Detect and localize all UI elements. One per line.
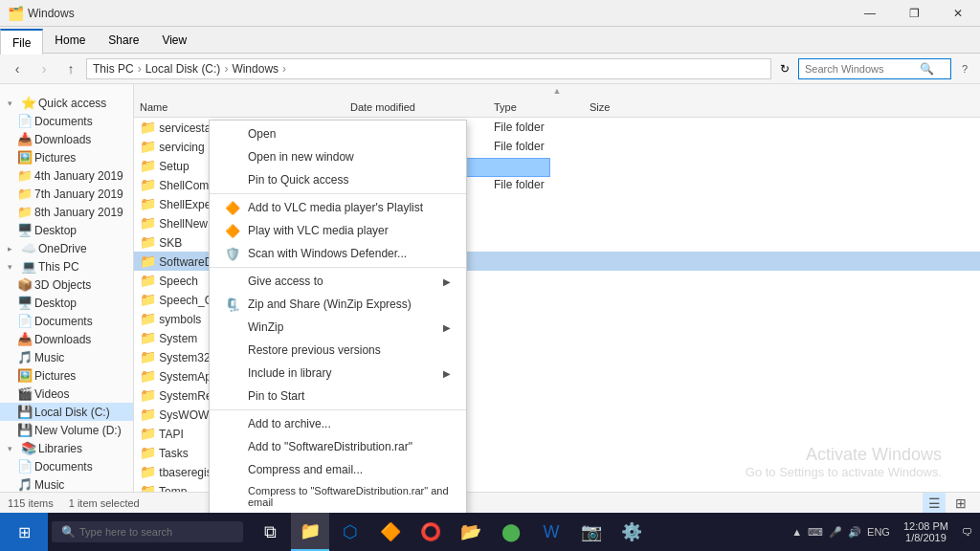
tray-sound-icon[interactable]: 🔊 xyxy=(848,526,861,539)
maximize-button[interactable]: ❐ xyxy=(892,0,936,27)
folder-icon: 📄 xyxy=(17,459,31,474)
tiles-view-button[interactable]: ⊞ xyxy=(949,493,972,514)
taskbar-search-box[interactable]: 🔍 xyxy=(52,521,243,542)
breadcrumb[interactable]: This PC › Local Disk (C:) › Windows › xyxy=(86,58,771,79)
ctx-give-access[interactable]: Give access to ▶ xyxy=(210,270,466,293)
ctx-winzip[interactable]: WinZip ▶ xyxy=(210,316,466,339)
sidebar-item-onedrive[interactable]: ▸ ☁️ OneDrive xyxy=(0,239,133,257)
chrome-taskbar[interactable]: ⬤ xyxy=(492,513,530,551)
tray-keyboard-icon[interactable]: ⌨ xyxy=(808,526,823,539)
ctx-restore-versions[interactable]: Restore previous versions xyxy=(210,339,466,362)
details-view-button[interactable]: ☰ xyxy=(923,493,946,514)
sidebar-item-desktop[interactable]: 🖥️ Desktop xyxy=(0,221,133,239)
sidebar-item-videos[interactable]: 🎬 Videos xyxy=(0,385,133,403)
sidebar-item-lib-music[interactable]: 🎵 Music xyxy=(0,475,133,492)
this-pc-icon: 💻 xyxy=(21,259,34,274)
ctx-add-archive[interactable]: Add to archive... xyxy=(210,412,466,435)
file-size xyxy=(584,203,660,205)
tab-file[interactable]: File xyxy=(0,29,43,55)
file-size xyxy=(584,126,660,128)
col-type[interactable]: Type xyxy=(488,99,584,115)
tray-lang[interactable]: ENG xyxy=(867,526,890,538)
col-name[interactable]: Name xyxy=(134,99,345,115)
tab-share[interactable]: Share xyxy=(97,27,150,53)
drive-icon: 💾 xyxy=(17,405,31,419)
ctx-compress-email[interactable]: Compress and email... xyxy=(210,458,466,481)
sidebar-item-local-disk[interactable]: 💾 Local Disk (C:) xyxy=(0,403,133,421)
sidebar-item-this-pc[interactable]: ▾ 💻 This PC xyxy=(0,257,133,276)
sidebar-item-docs2[interactable]: 📄 Documents xyxy=(0,312,133,330)
ctx-scan-defender[interactable]: 🛡️ Scan with Windows Defender... xyxy=(210,242,466,265)
up-button[interactable]: ↑ xyxy=(59,57,82,80)
ctx-pin-start[interactable]: Pin to Start xyxy=(210,385,466,408)
sidebar-item-3d[interactable]: 📦 3D Objects xyxy=(0,276,133,294)
col-size[interactable]: Size xyxy=(584,99,660,115)
camera-taskbar[interactable]: 📷 xyxy=(572,513,611,551)
folder-taskbar[interactable]: 📂 xyxy=(452,513,490,551)
ctx-label: Pin to Start xyxy=(248,389,304,403)
taskbar-clock[interactable]: 12:08 PM 1/8/2019 xyxy=(896,520,956,543)
search-icon[interactable]: 🔍 xyxy=(920,62,934,76)
search-input[interactable] xyxy=(805,63,920,75)
ctx-zip-share[interactable]: 🗜️ Zip and Share (WinZip Express) xyxy=(210,293,466,316)
sidebar-item-downloads[interactable]: 📥 Downloads xyxy=(0,130,133,148)
sidebar-label: Documents xyxy=(34,460,93,474)
breadcrumb-item[interactable]: This PC xyxy=(93,62,134,76)
sidebar-label: Documents xyxy=(34,115,93,128)
share-icon xyxy=(225,274,240,289)
ctx-open[interactable]: Open xyxy=(210,122,466,145)
sidebar-item-jan4[interactable]: 📁 4th January 2019 xyxy=(0,166,133,185)
opera-taskbar[interactable]: ⭕ xyxy=(412,513,450,551)
breadcrumb-item[interactable]: Windows xyxy=(232,62,278,76)
file-type xyxy=(488,241,584,243)
sidebar-label: Videos xyxy=(34,387,69,401)
folder-icon: 🎵 xyxy=(17,350,31,364)
sidebar-item-lib-docs[interactable]: 📄 Documents xyxy=(0,457,133,475)
minimize-button[interactable]: — xyxy=(848,0,892,27)
sidebar-item-documents[interactable]: 📄 Documents xyxy=(0,112,133,130)
edge-taskbar[interactable]: ⬡ xyxy=(331,513,369,551)
ctx-vlc-play[interactable]: 🔶 Play with VLC media player xyxy=(210,219,466,242)
file-type xyxy=(488,203,584,205)
forward-button[interactable]: › xyxy=(33,57,56,80)
ctx-include-library[interactable]: Include in library ▶ xyxy=(210,362,466,385)
sidebar-item-desktop2[interactable]: 🖥️ Desktop xyxy=(0,294,133,312)
sidebar-item-pictures2[interactable]: 🖼️ Pictures xyxy=(0,366,133,385)
sidebar-item-jan8[interactable]: 📁 8th January 2019 xyxy=(0,203,133,221)
search-box[interactable]: 🔍 xyxy=(798,58,951,79)
settings-taskbar[interactable]: ⚙️ xyxy=(612,513,651,551)
ctx-pin-quick[interactable]: Pin to Quick access xyxy=(210,168,466,191)
tab-home[interactable]: Home xyxy=(43,27,97,53)
sidebar-item-pictures[interactable]: 🖼️ Pictures xyxy=(0,148,133,166)
breadcrumb-item[interactable]: Local Disk (C:) xyxy=(145,62,221,76)
sidebar-item-dl2[interactable]: 📥 Downloads xyxy=(0,330,133,348)
ctx-add-rar[interactable]: Add to "SoftwareDistribution.rar" xyxy=(210,435,466,458)
tab-view[interactable]: View xyxy=(150,27,198,53)
tray-notification-icon[interactable]: 🗨 xyxy=(962,526,972,538)
word-taskbar[interactable]: W xyxy=(532,513,570,551)
sidebar-label: Music xyxy=(34,478,64,492)
sidebar-item-new-volume[interactable]: 💾 New Volume (D:) xyxy=(0,421,133,439)
taskbar-search-input[interactable] xyxy=(79,526,213,538)
task-view-button[interactable]: ⧉ xyxy=(251,513,289,551)
ctx-vlc-playlist[interactable]: 🔶 Add to VLC media player's Playlist xyxy=(210,196,466,219)
submenu-arrow: ▶ xyxy=(443,276,451,287)
ctx-compress-rar-email[interactable]: Compress to "SoftwareDistribution.rar" a… xyxy=(210,481,466,512)
ctx-label: Include in library xyxy=(248,366,331,380)
file-explorer-taskbar[interactable]: 📁 xyxy=(291,513,329,551)
help-button[interactable]: ? xyxy=(955,63,974,75)
sidebar-item-jan7[interactable]: 📁 7th January 2019 xyxy=(0,185,133,203)
breadcrumb-sep: › xyxy=(138,62,142,76)
refresh-button[interactable]: ↻ xyxy=(775,62,794,76)
vlc-taskbar[interactable]: 🔶 xyxy=(371,513,410,551)
tray-up-icon[interactable]: ▲ xyxy=(791,526,802,538)
sidebar-item-music[interactable]: 🎵 Music xyxy=(0,348,133,366)
start-button[interactable]: ⊞ xyxy=(0,513,48,551)
ctx-open-new-window[interactable]: Open in new window xyxy=(210,145,466,168)
sidebar-item-quick-access[interactable]: ▾ ⭐ Quick access xyxy=(0,94,133,112)
sidebar-item-libraries[interactable]: ▾ 📚 Libraries xyxy=(0,439,133,457)
close-button[interactable]: ✕ xyxy=(936,0,980,27)
back-button[interactable]: ‹ xyxy=(6,57,29,80)
col-date[interactable]: Date modified xyxy=(345,99,488,115)
statusbar: 115 items 1 item selected ☰ ⊞ xyxy=(0,492,980,513)
